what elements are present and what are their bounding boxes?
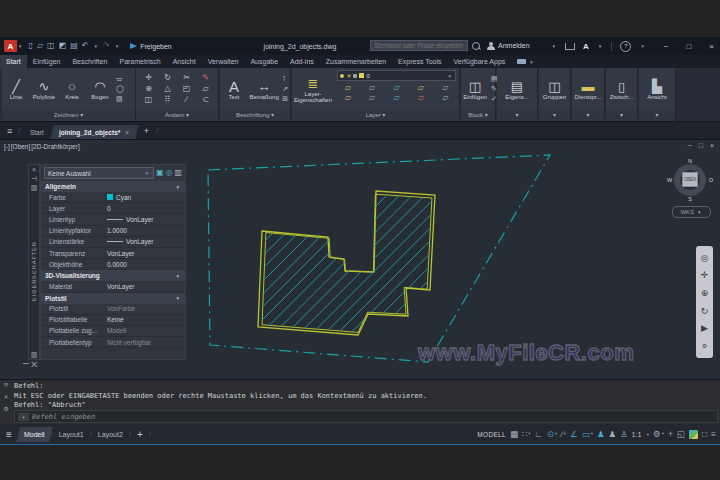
layout-tab-model[interactable]: Modell [16,427,52,442]
annotation-visibility-icon[interactable]: ♟ [597,430,605,439]
panel-ansicht-caret[interactable]: ▾ [639,110,675,120]
isolate-objects-icon[interactable]: ◱ [677,430,685,439]
prop-row-objekthoehe[interactable]: Objekthöhe0.0000 [41,259,185,270]
prop-row-linientypfaktor[interactable]: Linientypfaktor1.0000 [41,226,185,237]
ribbon-tab-ansicht[interactable]: Ansicht [167,55,202,68]
share-button[interactable]: Freigeben [130,43,172,50]
layer-thaw-all-icon[interactable]: ▱ [361,93,382,103]
command-input-placeholder[interactable]: Befehl eingeben [32,413,95,421]
annotation-scale-value[interactable]: 1:1 [632,431,642,438]
explode-icon[interactable]: ⊂ [198,95,213,105]
viewcube-north[interactable]: N [688,158,692,164]
file-tab-close-icon[interactable]: × [126,129,130,136]
model-space-toggle[interactable]: MODELL [477,431,506,438]
array-icon[interactable]: ⠿ [160,95,175,105]
viewcube-west[interactable]: W [667,177,672,183]
help-caret-icon[interactable]: ▾ [641,43,644,49]
palette-menu-icon[interactable]: ▥ [31,183,38,192]
sign-in-label[interactable]: Anmelden [498,42,530,49]
circle-button[interactable]: ○Kreis [58,68,86,110]
ribbon-display-caret-icon[interactable]: ▾ [530,59,533,65]
view-button[interactable]: ▙Ansicht [639,68,675,110]
search-input[interactable] [371,42,467,49]
viewcube-south[interactable]: S [688,196,692,202]
undo-caret-icon[interactable]: ▾ [94,43,97,49]
ribbon-tab-addins[interactable]: Add-ins [284,55,320,68]
layer-off-icon[interactable]: ▱ [337,83,358,93]
app-menu-caret-icon[interactable]: ▾ [19,43,22,49]
layer-delete-icon[interactable]: ▱ [410,93,431,103]
layer-freeze-icon[interactable]: ▱ [386,83,407,93]
viewport-restore-icon[interactable]: □ [699,142,703,149]
section-allgemein[interactable]: Allgemein▾ [41,181,185,192]
command-close-icon[interactable]: × [4,393,8,401]
arc-button[interactable]: ◠Bogen [86,68,114,110]
prop-row-plottabellentyp[interactable]: PlottabellentypNicht verfügbar [41,337,185,348]
autodesk-caret-icon[interactable]: ▾ [599,43,602,49]
polar-tracking-icon[interactable]: ⊙▾ [547,430,557,439]
snap-mode-icon[interactable]: ∷▾ [522,430,531,439]
ribbon-tab-parametrisch[interactable]: Parametrisch [113,55,166,68]
panel-eigenschaften-caret[interactable]: ▾ [497,110,537,120]
ribbon-tab-verfuegbare-apps[interactable]: Verfügbare Apps [448,55,512,68]
prop-row-plotstil[interactable]: PlotstilVonFarbe [41,304,185,315]
store-cart-icon[interactable] [565,43,575,50]
navigation-wheel-icon[interactable]: ◎ [701,253,709,263]
help-search-box[interactable] [370,40,468,51]
panel-block-label[interactable]: Block ▾ [461,110,495,120]
customization-menu-icon[interactable]: ≡ [711,430,716,439]
clean-screen-icon[interactable]: □ [702,430,707,439]
ribbon-tab-beschriften[interactable]: Beschriften [66,55,113,68]
object-snap-settings-icon[interactable]: ▭▾ [582,430,593,439]
prop-row-material[interactable]: MaterialVonLayer [41,281,185,292]
showmotion-icon[interactable]: ▶ [701,323,708,333]
palette-close-icon[interactable]: × [32,165,36,174]
help-icon[interactable]: ? [620,41,631,52]
line-button[interactable]: ╱Linie [2,68,30,110]
user-icon[interactable] [487,42,495,50]
ribbon-tab-zusammenarbeiten[interactable]: Zusammenarbeiten [320,55,392,68]
clipboard-button[interactable]: ▯Zwisch... [606,68,637,110]
pan-icon[interactable]: ✛ [701,270,709,280]
rotate-icon[interactable]: ↻ [160,73,175,83]
plot-icon[interactable]: ▤ [70,42,78,50]
dimension-button[interactable]: ↔Bemaßung [248,68,280,110]
panel-dienstprogramme-caret[interactable]: ▾ [572,110,604,120]
layout-tab-layout2[interactable]: Layout2 [92,431,129,438]
copy-icon[interactable]: ⊕ [141,84,156,94]
isodraft-icon[interactable]: ∕▾ [561,430,566,439]
ribbon-tab-ausgabe[interactable]: Ausgabe [244,55,284,68]
command-grip-icon[interactable]: ≡ [4,381,8,389]
panel-beschriftung-label[interactable]: Beschriftung ▾ [220,110,290,120]
close-button[interactable]: × [709,42,714,51]
new-file-icon[interactable]: ▯ [29,42,33,50]
file-tab-start[interactable]: Start [21,125,52,139]
table-icon[interactable]: ⊞ [282,95,288,103]
viewport-control-minus[interactable]: [-] [4,143,10,150]
app-menu-button[interactable]: A [4,40,17,52]
properties-panel-button[interactable]: ▤Eigens... [497,68,537,110]
panel-aendern-label[interactable]: Ändern ▾ [136,110,218,120]
file-tab-document[interactable]: joining_2d_objects*× [50,125,138,139]
ellipse-icon[interactable]: ◯ [116,85,124,93]
zoom-icon[interactable]: ⊕ [701,288,709,298]
text-button[interactable]: AText [220,68,248,110]
autodesk-logo-icon[interactable]: A [583,42,589,51]
redo-caret-icon[interactable]: ▾ [116,43,119,49]
trim-icon[interactable]: ✂ [179,73,194,83]
prop-row-farbe[interactable]: FarbeCyan [41,192,185,203]
viewcube-top-face[interactable]: OBEN [682,172,698,187]
command-wrench-icon[interactable]: ⚙ [4,405,8,413]
layer-lock-icon[interactable]: ▱ [410,83,431,93]
navbar-settings-gear-icon[interactable]: ⚙ [702,341,707,351]
viewport-close-icon[interactable]: × [710,142,714,149]
open-file-icon[interactable]: ▱ [37,42,43,50]
panel-zwischenablage-caret[interactable]: ▾ [606,110,637,120]
scale-icon[interactable]: ∕ [179,95,194,105]
section-3d-visualisierung[interactable]: 3D-Visualisierung▾ [41,270,185,281]
insert-block-button[interactable]: ◫Einfügen [461,68,489,110]
minimize-button[interactable]: − [664,42,669,51]
groups-button[interactable]: ◫Gruppen [539,68,570,110]
utilities-button[interactable]: ▬Dienstpr... [572,68,604,110]
panel-zeichnen-label[interactable]: Zeichnen ▾ [2,110,135,120]
